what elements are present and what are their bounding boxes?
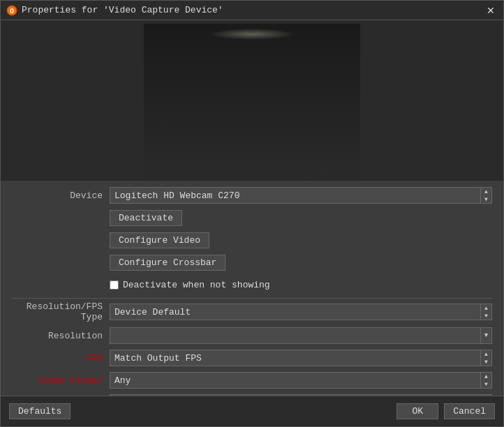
resolution-label: Resolution <box>12 331 110 341</box>
svg-rect-18 <box>335 120 343 130</box>
device-up-arrow[interactable]: ▲ <box>481 188 491 195</box>
close-button[interactable]: ✕ <box>484 3 498 17</box>
svg-point-24 <box>276 26 325 40</box>
bottom-bar: Defaults OK Cancel <box>1 396 503 426</box>
device-spinner[interactable]: ▲ ▼ <box>480 188 491 203</box>
configure-crossbar-row: Configure Crossbar <box>12 253 492 271</box>
video-format-spinner[interactable]: ▲ ▼ <box>480 373 491 388</box>
fps-spinner[interactable]: ▲ ▼ <box>480 350 491 366</box>
configure-crossbar-control: Configure Crossbar <box>110 255 492 271</box>
svg-rect-7 <box>144 128 360 177</box>
configure-crossbar-button[interactable]: Configure Crossbar <box>110 255 225 271</box>
svg-rect-5 <box>276 31 325 35</box>
svg-point-15 <box>144 117 172 133</box>
deactivate-row: Deactivate <box>12 209 492 227</box>
resolution-fps-select[interactable]: Device Default ▲ ▼ <box>110 304 492 320</box>
deactivate-checkbox-label: Deactivate when not showing <box>123 280 270 290</box>
video-format-up[interactable]: ▲ <box>481 373 491 380</box>
resolution-control: ▼ <box>110 327 492 344</box>
svg-point-23 <box>172 26 228 40</box>
bottom-right-buttons: OK Cancel <box>396 403 495 419</box>
device-select[interactable]: Logitech HD Webcam C270 ▲ ▼ <box>110 187 492 204</box>
fps-select[interactable]: Match Output FPS ▲ ▼ <box>110 350 492 366</box>
svg-rect-10 <box>249 121 262 128</box>
window-title: Properties for 'Video Capture Device' <box>22 5 484 15</box>
fps-control: Match Output FPS ▲ ▼ <box>110 350 492 366</box>
svg-rect-6 <box>144 66 360 128</box>
video-format-select[interactable]: Any ▲ ▼ <box>110 372 492 389</box>
resolution-value <box>110 328 480 343</box>
video-format-label: Video Format <box>12 375 110 386</box>
video-format-row: Video Format Any ▲ ▼ <box>12 371 492 389</box>
ok-button[interactable]: OK <box>396 403 438 419</box>
resolution-fps-control: Device Default ▲ ▼ <box>110 304 492 320</box>
resolution-row: Resolution ▼ <box>12 327 492 345</box>
svg-rect-8 <box>165 125 339 135</box>
defaults-button[interactable]: Defaults <box>9 403 71 419</box>
fps-row: FPS Match Output FPS ▲ ▼ <box>12 349 492 367</box>
svg-rect-4 <box>172 31 228 35</box>
configure-video-control: Configure Video <box>110 232 492 248</box>
resolution-fps-down[interactable]: ▼ <box>481 312 491 320</box>
svg-rect-9 <box>228 80 283 121</box>
deactivate-checkbox-area: Deactivate when not showing <box>110 280 492 290</box>
resolution-select[interactable]: ▼ <box>110 327 492 344</box>
svg-rect-19 <box>280 83 281 97</box>
svg-point-17 <box>324 112 355 131</box>
configure-video-button[interactable]: Configure Video <box>110 232 209 248</box>
device-label: Device <box>12 190 110 201</box>
configure-video-row: Configure Video <box>12 231 492 249</box>
deactivate-control: Deactivate <box>110 210 492 226</box>
svg-rect-13 <box>182 87 217 146</box>
resolution-fps-value: Device Default <box>110 304 480 320</box>
video-preview <box>144 24 360 177</box>
svg-rect-16 <box>154 123 162 132</box>
device-section: Device Logitech HD Webcam C270 ▲ ▼ Deact… <box>1 181 503 396</box>
svg-rect-2 <box>144 24 360 177</box>
resolution-fps-row: Resolution/FPS Type Device Default ▲ ▼ <box>12 301 492 322</box>
app-icon: O <box>6 5 17 16</box>
svg-point-12 <box>175 137 224 154</box>
device-value: Logitech HD Webcam C270 <box>110 188 480 203</box>
device-control: Logitech HD Webcam C270 ▲ ▼ <box>110 187 492 204</box>
resolution-fps-up[interactable]: ▲ <box>481 304 491 312</box>
deactivate-checkbox-row: Deactivate when not showing <box>12 276 492 294</box>
title-bar: O Properties for 'Video Capture Device' … <box>1 1 503 20</box>
fps-label: FPS <box>12 353 110 364</box>
fps-up[interactable]: ▲ <box>481 350 491 358</box>
resolution-fps-label: Resolution/FPS Type <box>12 301 110 322</box>
device-row: Device Logitech HD Webcam C270 ▲ ▼ <box>12 186 492 204</box>
svg-rect-11 <box>242 127 269 130</box>
fps-down[interactable]: ▼ <box>481 358 491 366</box>
resolution-dropdown-arrow[interactable]: ▼ <box>480 328 491 343</box>
device-down-arrow[interactable]: ▼ <box>481 195 491 203</box>
svg-marker-20 <box>281 83 290 89</box>
preview-svg <box>144 24 360 177</box>
video-format-control: Any ▲ ▼ <box>110 372 492 389</box>
cancel-button[interactable]: Cancel <box>444 403 495 419</box>
properties-window: O Properties for 'Video Capture Device' … <box>0 0 504 427</box>
video-format-down[interactable]: ▼ <box>481 380 491 388</box>
svg-rect-22 <box>304 113 318 127</box>
deactivate-when-not-showing-checkbox[interactable] <box>110 280 119 290</box>
resolution-fps-spinner[interactable]: ▲ ▼ <box>480 304 491 320</box>
deactivate-button[interactable]: Deactivate <box>110 210 182 226</box>
svg-rect-14 <box>186 85 214 106</box>
svg-rect-21 <box>283 114 301 127</box>
svg-text:O: O <box>10 8 14 15</box>
section-divider <box>12 298 492 299</box>
form-content: Device Logitech HD Webcam C270 ▲ ▼ Deact… <box>1 181 503 396</box>
fps-value: Match Output FPS <box>110 350 480 366</box>
video-preview-area <box>1 20 503 181</box>
video-format-value: Any <box>110 373 480 388</box>
svg-rect-3 <box>144 24 360 66</box>
